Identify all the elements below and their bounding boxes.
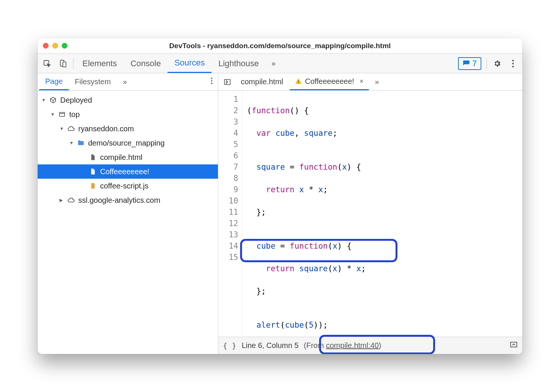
svg-point-4 (512, 62, 514, 64)
svg-rect-15 (511, 342, 517, 347)
line-gutter: 1 2 3 4 5 6 7 8 9 10 11 12 13 14 15 (218, 91, 242, 337)
cursor-position: Line 6, Column 5 (242, 341, 298, 350)
editor-panel: compile.html Coffeeeeeeee! × » 1 2 3 4 5… (218, 73, 522, 354)
svg-point-5 (512, 65, 514, 67)
tree-domain-ryanseddon[interactable]: ▼ ryanseddon.com (38, 122, 218, 136)
navigator-panel: Page Filesystem » ▼ Deployed ▼ (38, 73, 218, 354)
tree-label: Coffeeeeeeee! (100, 167, 149, 176)
tab-lighthouse[interactable]: Lighthouse (212, 54, 266, 73)
code-editor[interactable]: 1 2 3 4 5 6 7 8 9 10 11 12 13 14 15 (fun… (218, 91, 522, 337)
tab-sources[interactable]: Sources (167, 54, 212, 73)
more-subtabs-icon[interactable]: » (117, 73, 133, 90)
tree-label: demo/source_mapping (88, 139, 164, 147)
editor-statusbar: { } Line 6, Column 5 (From compile.html:… (218, 337, 522, 354)
cube-icon (49, 96, 57, 104)
file-icon (89, 153, 97, 161)
svg-point-6 (211, 78, 213, 79)
tree-file-coffee-script-js[interactable]: coffee-script.js (38, 179, 218, 193)
traffic-lights (43, 43, 67, 49)
tree-root-deployed[interactable]: ▼ Deployed (38, 93, 218, 107)
svg-point-7 (211, 80, 213, 82)
svg-point-8 (211, 83, 213, 84)
file-tree: ▼ Deployed ▼ top ▼ (38, 91, 218, 354)
folder-icon (77, 139, 85, 147)
tree-label: Deployed (60, 96, 92, 105)
kebab-menu-icon[interactable] (505, 56, 521, 71)
minimize-window-button[interactable] (52, 43, 58, 49)
cloud-icon (67, 125, 75, 133)
tab-label: Coffeeeeeeee! (305, 77, 354, 86)
subtab-filesystem[interactable]: Filesystem (69, 73, 117, 90)
svg-point-3 (512, 59, 514, 61)
editor-tab-compile[interactable]: compile.html (236, 73, 288, 90)
zoom-window-button[interactable] (62, 43, 67, 49)
more-editor-tabs-icon[interactable]: » (370, 75, 384, 89)
settings-icon[interactable] (489, 56, 505, 71)
tree-label: top (69, 110, 80, 119)
tree-label: ssl.google-analytics.com (78, 196, 160, 205)
cloud-icon (67, 196, 75, 204)
pretty-print-icon[interactable]: { } (223, 341, 236, 350)
close-window-button[interactable] (43, 43, 49, 49)
tree-domain-google-analytics[interactable]: ▶ ssl.google-analytics.com (38, 193, 218, 207)
tab-label: compile.html (241, 77, 283, 86)
devtools-window: DevTools - ryanseddon.com/demo/source_ma… (38, 38, 522, 354)
issues-badge[interactable]: 7 (458, 57, 481, 70)
show-drawer-icon[interactable] (510, 340, 518, 351)
tab-elements[interactable]: Elements (76, 54, 124, 73)
tree-file-coffee[interactable]: Coffeeeeeeee! (38, 164, 218, 179)
divider (73, 58, 73, 69)
issues-count: 7 (472, 59, 477, 68)
tree-label: compile.html (100, 153, 142, 162)
editor-tab-coffee[interactable]: Coffeeeeeeee! × (290, 73, 368, 90)
source-origin: (From compile.html:40) (304, 341, 381, 350)
tree-label: coffee-script.js (100, 182, 149, 190)
file-icon (89, 167, 97, 176)
device-toggle-icon[interactable] (55, 56, 71, 71)
tree-frame-top[interactable]: ▼ top (38, 107, 218, 122)
svg-rect-9 (59, 112, 65, 117)
code-content[interactable]: (function() { var cube, square; square =… (242, 91, 522, 337)
tab-console[interactable]: Console (124, 54, 168, 73)
nav-back-icon[interactable] (221, 75, 234, 89)
main-toolbar: Elements Console Sources Lighthouse » 7 (38, 54, 522, 73)
navigator-subtabs: Page Filesystem » (38, 73, 218, 91)
svg-rect-2 (63, 62, 66, 67)
warning-icon (295, 78, 302, 85)
subtab-page[interactable]: Page (39, 73, 69, 90)
close-tab-icon[interactable]: × (359, 77, 364, 85)
more-tabs-icon[interactable]: » (266, 56, 282, 71)
titlebar: DevTools - ryanseddon.com/demo/source_ma… (38, 38, 522, 54)
svg-rect-14 (298, 83, 299, 84)
main-split: Page Filesystem » ▼ Deployed ▼ (38, 73, 522, 354)
window-title: DevTools - ryanseddon.com/demo/source_ma… (38, 42, 522, 50)
editor-tabs: compile.html Coffeeeeeeee! × » (218, 73, 522, 91)
tree-file-compile-html[interactable]: compile.html (38, 150, 218, 164)
divider (487, 58, 487, 69)
js-file-icon (89, 182, 97, 190)
tree-label: ryanseddon.com (78, 125, 134, 133)
svg-rect-13 (298, 81, 299, 82)
navigator-kebab-icon[interactable] (205, 77, 218, 87)
frame-icon (58, 110, 66, 119)
tree-folder-demo[interactable]: ▼ demo/source_mapping (38, 136, 218, 150)
inspect-element-icon[interactable] (39, 56, 55, 71)
source-origin-link[interactable]: compile.html:40 (326, 341, 379, 349)
annotation-highlight-sourceurl (240, 239, 397, 262)
